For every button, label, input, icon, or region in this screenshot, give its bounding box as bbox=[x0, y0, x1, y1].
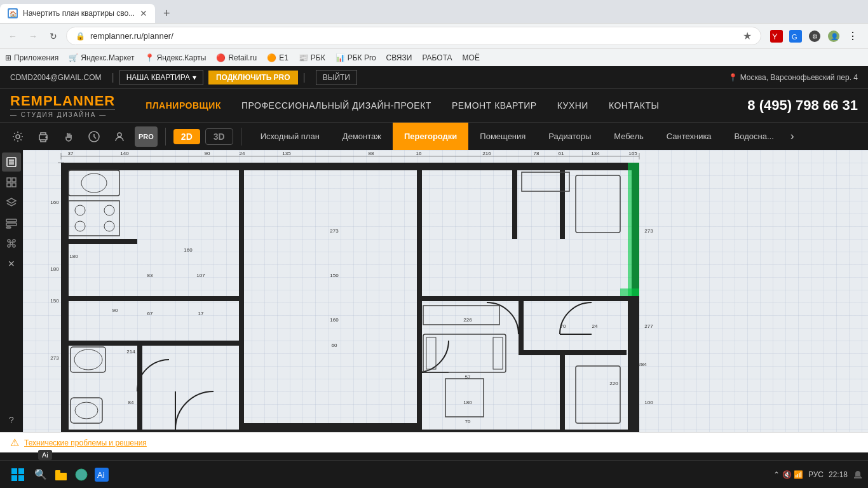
tab-demolition[interactable]: Демонтаж bbox=[331, 123, 393, 151]
left-panel: ✕ ? bbox=[0, 150, 23, 432]
svg-rect-21 bbox=[7, 183, 11, 187]
taskbar-time: 22:18 bbox=[829, 470, 848, 479]
bookmark-rbk[interactable]: 📰 РБК bbox=[299, 53, 325, 62]
svg-point-58 bbox=[81, 173, 107, 193]
warning-link[interactable]: Технические проблемы и решения bbox=[24, 438, 147, 447]
nav-planner[interactable]: ПЛАНИРОВЩИК bbox=[135, 100, 231, 111]
tab-source-plan[interactable]: Исходный план bbox=[249, 123, 331, 151]
bookmark-rbkpro[interactable]: 📊 РБК Pro bbox=[336, 53, 376, 62]
svg-text:216: 216 bbox=[482, 151, 491, 156]
maps-icon: 📍 bbox=[145, 53, 154, 62]
browser-chrome: 🏠 Начертить план квартиры сво... ✕ + bbox=[0, 0, 868, 23]
pro-badge-button[interactable]: PRO bbox=[135, 126, 158, 147]
floor-plan-svg: 37 140 90 24 135 88 16 216 78 61 134 165… bbox=[23, 150, 658, 432]
nav-contacts[interactable]: КОНТАКТЫ bbox=[599, 100, 670, 111]
svg-text:180: 180 bbox=[50, 266, 59, 272]
left-panel-pattern-btn[interactable] bbox=[2, 234, 21, 253]
view-2d-button[interactable]: 2D bbox=[173, 129, 200, 144]
svg-rect-31 bbox=[61, 163, 639, 170]
taskbar-search-button[interactable]: 🔍 bbox=[31, 464, 51, 485]
notification-icon[interactable] bbox=[853, 470, 863, 480]
profile-btn[interactable]: 👤 bbox=[826, 29, 841, 44]
person-tool-button[interactable] bbox=[109, 126, 130, 147]
nav-pro-design[interactable]: ПРОФЕССИОНАЛЬНЫЙ ДИЗАЙН-ПРОЕКТ bbox=[231, 100, 442, 111]
main-nav-bar: REMPLANNER — СТУДИЯ ДИЗАЙНА — ПЛАНИРОВЩИ… bbox=[0, 89, 868, 122]
start-button[interactable] bbox=[5, 462, 31, 487]
forward-button[interactable]: → bbox=[25, 29, 41, 44]
left-panel-pages-btn[interactable] bbox=[2, 152, 21, 172]
left-panel-layers-btn[interactable] bbox=[2, 193, 21, 212]
svg-text:107: 107 bbox=[196, 273, 205, 278]
bookmark-star-icon[interactable]: ★ bbox=[743, 30, 752, 42]
bookmark-moe[interactable]: МОЁ bbox=[463, 53, 480, 62]
back-button[interactable]: ← bbox=[5, 29, 20, 44]
bookmark-rabota[interactable]: РАБОТА bbox=[422, 53, 452, 62]
svg-rect-131 bbox=[11, 475, 17, 481]
svg-text:90: 90 bbox=[112, 308, 118, 313]
svg-rect-19 bbox=[7, 178, 11, 182]
tab-close-button[interactable]: ✕ bbox=[140, 8, 147, 18]
hand-tool-button[interactable] bbox=[58, 126, 79, 147]
address-bar[interactable]: 🔒 remplanner.ru/planner/ ★ bbox=[66, 27, 761, 45]
bookmark-market[interactable]: 🛒 Яндекс.Маркет bbox=[69, 53, 134, 62]
svg-rect-130 bbox=[18, 468, 24, 474]
tab-radiators[interactable]: Радиаторы bbox=[537, 123, 602, 151]
nav-repair[interactable]: РЕМОНТ КВАРТИР bbox=[442, 100, 547, 111]
svg-text:273: 273 bbox=[644, 228, 653, 234]
menu-btn[interactable]: ⋮ bbox=[845, 29, 860, 44]
taskbar-browser-icon[interactable] bbox=[71, 464, 92, 485]
svg-text:84: 84 bbox=[128, 400, 134, 405]
svg-rect-129 bbox=[11, 468, 17, 474]
tools-button[interactable] bbox=[84, 126, 104, 147]
tab-plumbing[interactable]: Сантехника bbox=[655, 123, 723, 151]
settings-tool-button[interactable] bbox=[8, 126, 28, 147]
location-display: 📍 Москва, Варсонофьевский пер. 4 bbox=[728, 73, 858, 82]
taskbar-app-icon[interactable]: Ai bbox=[92, 464, 112, 485]
bookmark-e1[interactable]: 🟠 E1 bbox=[267, 53, 288, 62]
canvas-area[interactable]: 37 140 90 24 135 88 16 216 78 61 134 165… bbox=[23, 150, 868, 432]
svg-rect-72 bbox=[445, 379, 484, 417]
bookmarks-bar: ⊞ Приложения 🛒 Яндекс.Маркет 📍 Яндекс.Ка… bbox=[0, 48, 868, 66]
tab-furniture[interactable]: Мебель bbox=[602, 123, 655, 151]
new-tab-button[interactable]: + bbox=[158, 4, 175, 22]
svg-rect-70 bbox=[493, 337, 503, 369]
svg-rect-77 bbox=[620, 288, 639, 296]
svg-text:284: 284 bbox=[638, 362, 647, 367]
left-panel-brick-btn[interactable] bbox=[2, 214, 21, 233]
svg-text:G: G bbox=[792, 33, 797, 41]
our-flat-button[interactable]: НАША КВАРТИРА ▾ bbox=[119, 70, 203, 85]
svg-text:🏠: 🏠 bbox=[10, 10, 17, 17]
bookmark-apps[interactable]: ⊞ Приложения bbox=[5, 53, 58, 62]
view-3d-button[interactable]: 3D bbox=[205, 128, 233, 145]
tab-rooms[interactable]: Помещения bbox=[468, 123, 537, 151]
svg-text:226: 226 bbox=[463, 317, 472, 323]
nav-kitchen[interactable]: КУХНИ bbox=[547, 100, 599, 111]
svg-rect-53 bbox=[560, 350, 565, 432]
bookmark-svazi[interactable]: СВЯЗИ bbox=[386, 53, 412, 62]
left-panel-close-btn[interactable]: ✕ bbox=[2, 254, 21, 273]
connect-pro-button[interactable]: ПОДКЛЮЧИТЬ PRO bbox=[208, 71, 298, 85]
extension-btn-3[interactable]: ⚙ bbox=[807, 29, 822, 44]
svg-text:83: 83 bbox=[147, 273, 153, 278]
svg-text:180: 180 bbox=[463, 400, 472, 405]
svg-rect-37 bbox=[244, 423, 422, 431]
left-panel-help-btn[interactable]: ? bbox=[2, 410, 21, 430]
extension-btn-2[interactable]: G bbox=[788, 29, 803, 44]
reload-button[interactable]: ↻ bbox=[46, 29, 61, 44]
extension-btn-1[interactable]: Y bbox=[769, 29, 784, 44]
tab-partitions[interactable]: Перегородки bbox=[393, 123, 468, 151]
bookmark-maps[interactable]: 📍 Яндекс.Карты bbox=[145, 53, 207, 62]
svg-text:Ai: Ai bbox=[97, 470, 105, 480]
tab-more-button[interactable]: › bbox=[785, 130, 799, 143]
bookmark-retail[interactable]: 🔴 Retail.ru bbox=[216, 53, 257, 62]
active-tab[interactable]: 🏠 Начертить план квартиры сво... ✕ bbox=[0, 4, 155, 23]
ai-badge: Ai bbox=[38, 450, 52, 460]
toolbar-separator-1 bbox=[165, 128, 166, 146]
svg-rect-76 bbox=[628, 163, 639, 296]
taskbar-files-icon[interactable] bbox=[51, 464, 71, 485]
logout-button[interactable]: ВЫЙТИ bbox=[316, 70, 357, 85]
print-tool-button[interactable] bbox=[33, 126, 53, 147]
svg-rect-38 bbox=[417, 296, 422, 430]
tab-water[interactable]: Водосна... bbox=[723, 123, 785, 151]
left-panel-grid-btn[interactable] bbox=[2, 173, 21, 192]
